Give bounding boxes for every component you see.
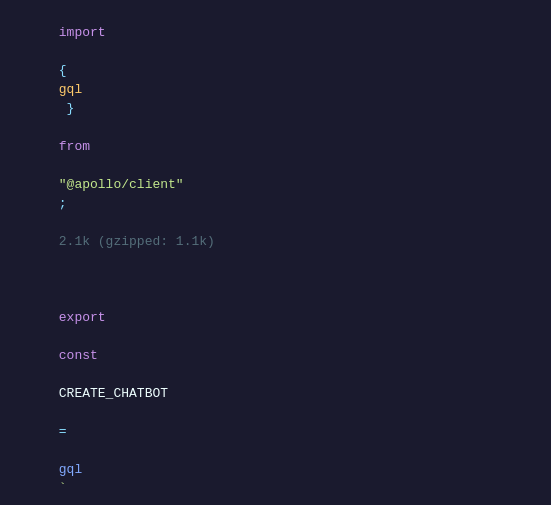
- code-line-2: [0, 270, 551, 289]
- keyword-from: from: [59, 139, 90, 154]
- code-line-1: import { gql } from "@apollo/client" ; 2…: [0, 4, 551, 270]
- code-line-3: export const CREATE_CHATBOT = gql `: [0, 289, 551, 505]
- code-editor: import { gql } from "@apollo/client" ; 2…: [0, 0, 551, 505]
- keyword-import: import: [59, 25, 106, 40]
